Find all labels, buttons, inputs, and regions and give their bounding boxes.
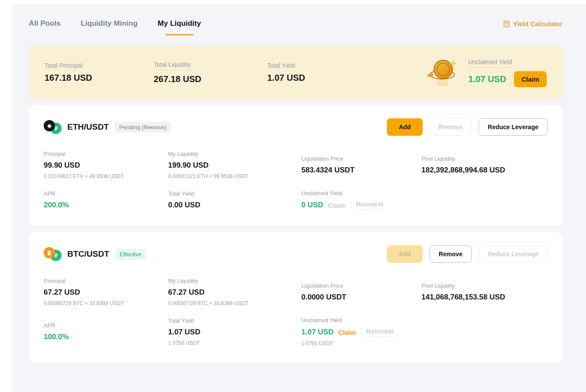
liquidation-price-value: 0.0000 USDT xyxy=(301,293,421,302)
unclaimed-yield-label[interactable]: Unclaimed Yield xyxy=(468,58,512,68)
principal-label: Principal xyxy=(44,151,168,157)
total-liquidity-value: 267.18 USD xyxy=(154,74,267,84)
unclaimed-yield-value: 1.07 USD xyxy=(301,328,334,337)
reduce-leverage-button: Reduce Leverage xyxy=(479,245,548,263)
my-liquidity-label: My Liquidity xyxy=(168,151,301,157)
pool-card-eth-usdt: ◆ ₮ ETH/USDT Pending (Remove) Add Remove… xyxy=(29,105,562,226)
liquidation-price-label: Liquidation Price xyxy=(301,155,421,162)
add-button: Add xyxy=(387,245,422,263)
liquidation-price-stat: Liquidation Price 0.0000 USDT xyxy=(301,282,421,302)
claim-button[interactable]: Claim xyxy=(514,71,547,87)
pair-icons: ฿ ₮ xyxy=(44,247,62,261)
total-yield-label: Total Yield xyxy=(267,62,376,69)
total-yield-value: 1.07 USD xyxy=(168,328,301,337)
total-liquidity-label[interactable]: Total Liquidity xyxy=(154,61,191,70)
pool-liquidity-stat: Pool Liquidity 182,392,868,994.68 USD xyxy=(421,155,548,175)
principal-label: Principal xyxy=(44,278,168,284)
unclaimed-yield-stat: Unclaimed Yield 0 USD Claim Reinvest xyxy=(301,190,548,210)
pair-name: ETH/USDT xyxy=(67,122,109,132)
apr-value: 200.0% xyxy=(44,201,168,210)
apr-label: APR xyxy=(44,190,168,197)
summary-banner: Total Principal 167.18 USD Total Liquidi… xyxy=(29,46,562,99)
my-liquidity-value: 67.27 USD xyxy=(168,288,301,297)
apr-value: 100.0% xyxy=(44,333,168,341)
pair-name: BTC/USDT xyxy=(67,249,109,259)
unclaimed-yield-group: Unclaimed Yield 1.07 USD Claim xyxy=(425,57,547,88)
pair-icons: ◆ ₮ xyxy=(44,120,62,134)
my-liquidity-stat: My Liquidity 199.90 USD 0.04501321 ETH +… xyxy=(168,151,301,179)
total-yield-stat: Total Yield 0.00 USD xyxy=(168,190,301,210)
liquidity-panel: All Pools Liquidity Mining My Liquidity … xyxy=(12,4,586,392)
total-principal-label: Total Principal xyxy=(45,62,154,69)
status-badge: Pending (Remove) xyxy=(115,122,171,133)
eth-icon: ◆ xyxy=(44,120,55,131)
apr-stat: APR 100.0% xyxy=(44,322,168,341)
my-liquidity-label: My Liquidity xyxy=(168,278,301,284)
total-yield-sub: 1.0750 USDT xyxy=(168,340,301,346)
pool-liquidity-label: Pool Liquidity xyxy=(421,282,548,289)
yield-calculator-link[interactable]: Yield Calculator xyxy=(503,20,562,28)
unclaimed-yield-label: Unclaimed Yield xyxy=(301,317,548,323)
unclaimed-yield-value: 0 USD xyxy=(301,201,323,210)
my-liquidity-value: 199.90 USD xyxy=(168,161,301,170)
my-liquidity-sub: 0.00080729 BTC + 33.6388 USDT xyxy=(168,300,301,306)
yield-calculator-label: Yield Calculator xyxy=(513,20,562,28)
claim-link: Claim xyxy=(328,202,346,209)
tab-all-pools[interactable]: All Pools xyxy=(29,19,61,35)
tabs-row: All Pools Liquidity Mining My Liquidity … xyxy=(29,19,562,35)
principal-sub: 0.02249617 ETH + 49.9536 USDT xyxy=(44,173,168,179)
reduce-leverage-button[interactable]: Reduce Leverage xyxy=(479,118,548,136)
tab-my-liquidity[interactable]: My Liquidity xyxy=(158,19,201,35)
unclaimed-yield-sub: 1.0750 USDT xyxy=(301,340,548,347)
my-liquidity-stat: My Liquidity 67.27 USD 0.00080729 BTC + … xyxy=(168,278,301,306)
status-badge: Effective xyxy=(115,249,146,260)
unclaimed-yield-stat: Unclaimed Yield 1.07 USD Claim Reinvest … xyxy=(301,317,548,347)
total-yield-label: Total Yield xyxy=(168,317,301,324)
remove-button[interactable]: Remove xyxy=(430,245,472,263)
principal-stat: Principal 99.90 USD 0.02249617 ETH + 49.… xyxy=(44,151,168,179)
total-yield-value: 1.07 USD xyxy=(267,73,376,83)
reinvest-link: Reinvest xyxy=(366,327,394,337)
claim-link[interactable]: Claim xyxy=(338,329,356,336)
active-tab-underline xyxy=(165,34,193,35)
divider xyxy=(351,202,351,208)
liquidation-price-stat: Liquidation Price 583.4324 USDT xyxy=(301,155,421,175)
my-liquidity-sub: 0.04501321 ETH + 99.9536 USDT xyxy=(168,173,301,179)
calculator-icon xyxy=(503,21,510,28)
unclaimed-yield-label: Unclaimed Yield xyxy=(301,190,548,196)
pool-liquidity-label: Pool Liquidity xyxy=(421,155,548,162)
reinvest-link: Reinvest xyxy=(356,200,383,210)
principal-value: 99.90 USD xyxy=(44,161,168,170)
pool-card-btc-usdt: ฿ ₮ BTC/USDT Effective Add Remove Reduce… xyxy=(29,232,562,362)
add-button[interactable]: Add xyxy=(387,118,422,136)
coin-icon xyxy=(425,57,459,88)
remove-button: Remove xyxy=(430,118,472,136)
liquidation-price-value: 583.4324 USDT xyxy=(301,166,421,175)
principal-value: 67.27 USD xyxy=(44,288,168,297)
total-yield-label: Total Yield xyxy=(168,190,301,197)
total-principal-value: 167.18 USD xyxy=(45,73,154,83)
pool-liquidity-value: 182,392,868,994.68 USD xyxy=(421,166,548,175)
pool-liquidity-stat: Pool Liquidity 141,068,768,153.58 USD xyxy=(421,282,548,302)
tab-my-liquidity-label: My Liquidity xyxy=(158,19,201,28)
total-liquidity: Total Liquidity 267.18 USD xyxy=(154,61,267,84)
pool-liquidity-value: 141,068,768,153.58 USD xyxy=(421,293,548,302)
apr-label: APR xyxy=(44,322,168,329)
unclaimed-yield-value: 1.07 USD xyxy=(468,74,506,84)
liquidation-price-label: Liquidation Price xyxy=(301,282,421,289)
total-yield-stat: Total Yield 1.07 USD 1.0750 USDT xyxy=(168,317,301,346)
total-yield-value: 0.00 USD xyxy=(168,201,301,210)
divider xyxy=(361,329,362,335)
btc-icon: ฿ xyxy=(44,247,55,258)
total-yield: Total Yield 1.07 USD xyxy=(267,62,376,83)
tab-liquidity-mining[interactable]: Liquidity Mining xyxy=(81,19,138,35)
apr-stat: APR 200.0% xyxy=(44,190,168,210)
total-principal: Total Principal 167.18 USD xyxy=(45,62,154,83)
principal-sub: 0.00080729 BTC + 33.6388 USDT xyxy=(44,300,168,306)
principal-stat: Principal 67.27 USD 0.00080729 BTC + 33.… xyxy=(44,278,168,306)
